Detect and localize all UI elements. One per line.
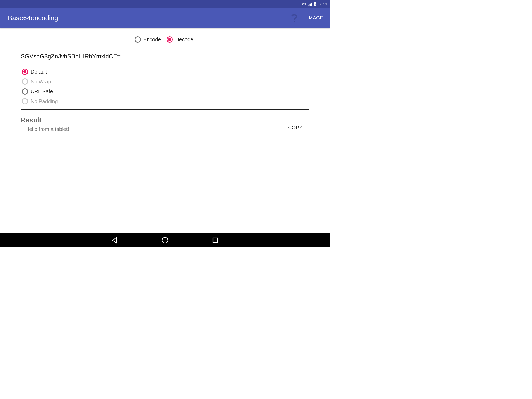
help-icon[interactable] [291, 14, 298, 22]
content-area: Encode Decode DefaultNo WrapURL SafeNo P… [0, 28, 330, 132]
radio-circle-icon [22, 88, 28, 95]
radio-circle-icon [22, 98, 28, 104]
screen: { "status": { "network": "LTE", "time": … [0, 0, 330, 247]
mode-selector: Encode Decode [21, 34, 309, 45]
radio-circle-icon [22, 78, 28, 85]
svg-point-7 [162, 237, 168, 243]
radio-decode-label: Decode [175, 37, 193, 43]
radio-decode[interactable]: Decode [167, 36, 195, 43]
radio-encode-label: Encode [143, 37, 161, 43]
radio-circle-icon [135, 36, 141, 43]
svg-marker-6 [112, 237, 117, 243]
divider [21, 109, 309, 110]
svg-marker-1 [308, 4, 310, 6]
radio-option-label: URL Safe [31, 89, 53, 95]
nav-back-button[interactable] [111, 236, 118, 244]
svg-rect-8 [213, 238, 218, 243]
status-bar: LTE 7:41 [0, 0, 330, 8]
app-bar: Base64encoding IMAGE [0, 8, 330, 28]
input-underline [21, 62, 309, 62]
radio-option-label: No Padding [31, 98, 58, 104]
nav-recent-button[interactable] [211, 236, 219, 244]
radio-encode[interactable]: Encode [135, 36, 163, 43]
radio-option-no_wrap: No Wrap [22, 78, 309, 85]
result-heading: Result [21, 116, 309, 124]
text-caret [121, 52, 121, 60]
result-text: Hello from a tablet! [25, 126, 309, 132]
radio-circle-icon [22, 69, 28, 75]
radio-option-label: No Wrap [31, 79, 51, 85]
radio-circle-icon [167, 36, 173, 43]
svg-point-5 [294, 21, 295, 22]
nav-home-button[interactable] [161, 236, 169, 244]
radio-option-no_padding: No Padding [22, 98, 309, 104]
text-input[interactable] [21, 52, 309, 62]
input-wrap [21, 52, 309, 62]
network-indicator: LTE [302, 3, 306, 5]
radio-option-url_safe[interactable]: URL Safe [22, 88, 309, 95]
svg-rect-3 [315, 2, 316, 2]
battery-icon [314, 2, 317, 6]
divider [30, 111, 300, 111]
result-block: Result Hello from a tablet! COPY [21, 116, 309, 132]
image-action-button[interactable]: IMAGE [307, 15, 323, 21]
navigation-bar [0, 233, 330, 247]
app-title: Base64encoding [8, 14, 291, 22]
radio-option-default[interactable]: Default [22, 69, 309, 75]
copy-button[interactable]: COPY [282, 121, 309, 134]
options-list: DefaultNo WrapURL SafeNo Padding [21, 69, 309, 104]
status-clock: 7:41 [319, 2, 327, 6]
radio-option-label: Default [31, 69, 47, 75]
signal-icon [308, 2, 312, 6]
